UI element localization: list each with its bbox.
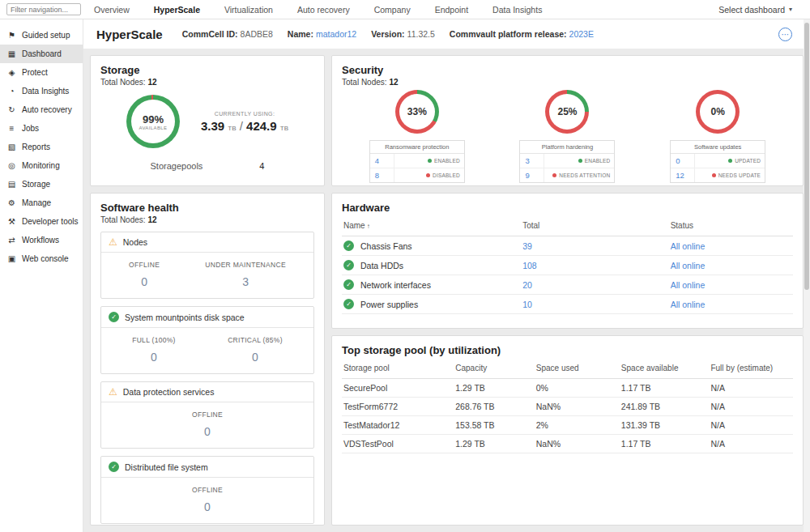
sidebar-item-developer-tools[interactable]: ⚒Developer tools [0,212,83,231]
sidebar-item-guided-setup[interactable]: ⚑Guided setup [0,26,83,45]
sidebar-item-workflows[interactable]: ⇄Workflows [0,231,83,249]
pool-col-space-used[interactable]: Space used [536,364,621,372]
sidebar-item-label: Protect [22,68,48,77]
sidebar-item-monitoring[interactable]: ◎Monitoring [0,156,83,175]
pool-col-storage-pool[interactable]: Storage pool [343,364,455,372]
status-link[interactable]: All online [671,300,791,309]
vertical-scrollbar[interactable] [804,19,810,532]
pool-name: VDSTestPool [343,439,455,449]
table-row: TestMatador12 153.58 TB 2% 131.39 TB N/A [342,416,793,435]
total-link[interactable]: 10 [522,300,670,309]
tab-company[interactable]: Company [373,2,412,18]
ransomware-table: Ransomware protection 4ENABLED 8DISABLED [369,140,465,183]
table-row: ✓Power supplies 10 All online [342,295,793,314]
sidebar-item-reports[interactable]: ▧Reports [0,138,83,156]
count-link[interactable]: 8 [370,168,394,182]
version-field: Version:11.32.5 [371,29,435,39]
security-card-title: Security [342,64,793,76]
top-storage-pool-card: Top storage pool (by utilization) Storag… [331,335,804,526]
sidebar-item-label: Data Insights [22,87,69,96]
stat-value[interactable]: 0 [129,275,160,288]
pool-name: TestMatador12 [343,420,455,430]
sidebar-item-protect[interactable]: ◈Protect [0,63,83,82]
scrollbar-thumb[interactable] [804,23,809,290]
tab-virtualization[interactable]: Virtualization [223,2,275,18]
red-dot-icon [426,173,430,177]
stat-value[interactable]: 3 [205,275,286,288]
count-link[interactable]: 3 [520,154,544,168]
more-options-icon[interactable]: ⋯ [778,28,792,41]
commcell-name-link[interactable]: matador12 [316,29,356,39]
stat-value[interactable]: 0 [192,425,223,438]
web-console-icon: ▣ [7,254,16,263]
security-total-nodes: Total Nodes: 12 [342,78,793,87]
dashboard-icon: ▦ [7,49,16,58]
hardware-col-name[interactable]: Name↑ [343,221,522,230]
tab-hyperscale[interactable]: HyperScale [152,2,202,18]
jobs-icon: ≡ [7,124,16,133]
filter-navigation-input[interactable] [6,3,81,15]
select-dashboard-label: Select dashboard [718,5,785,15]
tab-auto-recovery[interactable]: Auto recovery [296,2,352,18]
manage-icon: ⚙ [7,198,16,207]
health-section-mountpoints: ✓System mountpoints disk space FULL (100… [100,306,314,374]
software-health-total-nodes: Total Nodes: 12 [100,215,314,224]
storage-availability-donut: 99% AVAILABLE [126,95,180,148]
count-link[interactable]: 4 [370,154,394,168]
sidebar-item-auto-recovery[interactable]: ↻Auto recovery [0,100,83,119]
red-dot-icon [552,173,556,177]
storagepools-label: Storagepools [151,161,203,171]
pool-col-capacity[interactable]: Capacity [455,364,536,372]
ransomware-protection-gauge: 33% Ransomware protection 4ENABLED 8DISA… [369,90,465,183]
auto-recovery-icon: ↻ [7,105,16,114]
status-link[interactable]: All online [671,261,791,270]
storage-used-value: 3.39 [201,119,224,133]
stat-offline: OFFLINE0 [129,261,160,288]
tab-data-insights[interactable]: Data Insights [491,2,544,18]
ransomware-donut: 33% [395,90,439,134]
sidebar-nav: ⚑Guided setup ▦Dashboard ◈Protect ◔Data … [0,19,83,532]
hardware-card-title: Hardware [342,202,793,214]
developer-tools-icon: ⚒ [7,217,16,226]
check-circle-icon: ✓ [109,462,119,472]
total-link[interactable]: 20 [522,280,670,290]
stat-value[interactable]: 0 [132,351,176,364]
sidebar-item-label: Developer tools [22,217,78,226]
storage-total-value: 424.9 [246,119,277,133]
tab-endpoint[interactable]: Endpoint [433,2,470,18]
count-link[interactable]: 9 [520,168,544,182]
status-link[interactable]: All online [671,241,791,251]
check-circle-icon: ✓ [343,260,354,270]
total-link[interactable]: 39 [522,241,670,251]
software-updates-table: Software updates 0UPDATED 12NEEDS UPDATE [670,140,765,183]
guided-setup-icon: ⚑ [7,31,16,40]
status-link[interactable]: All online [671,280,791,290]
platform-hardening-table: Platform hardening 3ENABLED 9NEEDS ATTEN… [519,140,615,183]
platform-release-field: Commvault platform release:2023E [450,29,594,39]
sidebar-item-dashboard[interactable]: ▦Dashboard [0,45,83,63]
data-insights-icon: ◔ [7,87,16,96]
count-link[interactable]: 0 [671,154,695,168]
platform-release-link[interactable]: 2023E [569,29,594,39]
sidebar-item-label: Web console [22,254,69,263]
pool-col-full-by[interactable]: Full by (estimate) [710,364,791,372]
pool-col-space-available[interactable]: Space available [621,364,711,372]
sidebar-item-web-console[interactable]: ▣Web console [0,249,83,268]
green-dot-icon [728,159,732,163]
sidebar-item-manage[interactable]: ⚙Manage [0,194,83,212]
hardware-col-total[interactable]: Total [522,221,670,230]
storage-icon: ▤ [7,180,16,189]
stat-value[interactable]: 0 [228,351,283,364]
storage-total-nodes: Total Nodes: 12 [100,78,314,87]
sidebar-item-storage[interactable]: ▤Storage [0,175,83,194]
storagepools-count[interactable]: 4 [259,161,264,171]
total-link[interactable]: 108 [522,261,670,270]
select-dashboard-dropdown[interactable]: Select dashboard ▾ [718,5,792,15]
count-link[interactable]: 12 [671,168,695,182]
stat-value[interactable]: 0 [192,500,223,513]
hardware-col-status[interactable]: Status [671,221,791,230]
sidebar-item-jobs[interactable]: ≡Jobs [0,119,83,138]
tab-overview[interactable]: Overview [92,2,131,18]
sidebar-item-data-insights[interactable]: ◔Data Insights [0,82,83,100]
sidebar-item-label: Workflows [22,236,59,245]
